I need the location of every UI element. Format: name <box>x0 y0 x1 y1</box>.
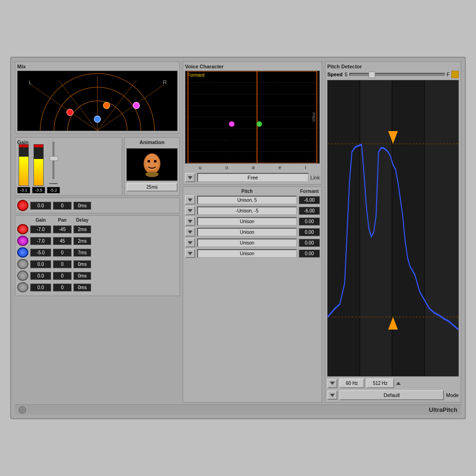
pf-dropdown-4[interactable] <box>185 227 195 237</box>
voice-4-gain[interactable] <box>30 260 51 268</box>
pf-pitch-2[interactable]: -Unison, -5 <box>197 206 297 215</box>
pf-row-1: Unison, 5 -6.00 <box>185 195 320 205</box>
voice-2-delay[interactable] <box>73 237 91 245</box>
voice-1-delay[interactable] <box>73 225 91 233</box>
voice-char-label: Voice Character <box>185 64 320 69</box>
fader-value: -5.2 <box>47 187 60 193</box>
voice-5-delay[interactable] <box>73 272 91 280</box>
left-panel: Mix <box>15 61 180 403</box>
master-delay-input[interactable] <box>73 202 91 210</box>
hz1-btn[interactable]: 60 Hz <box>339 378 364 388</box>
voice-row-6 <box>17 282 178 292</box>
pf-row-2: -Unison, -5 -6.00 <box>185 206 320 215</box>
pf-pitch-6[interactable]: Unison <box>197 249 297 258</box>
pf-row-5: Unison 0.00 <box>185 238 320 247</box>
voice-6-pan[interactable] <box>53 284 72 291</box>
pf-dropdown-2[interactable] <box>185 206 195 215</box>
voice-1-gain[interactable] <box>30 225 51 233</box>
pf-formant-3[interactable]: 0.00 <box>299 218 320 225</box>
voice-2-btn[interactable] <box>17 236 28 246</box>
svg-point-5 <box>67 109 73 116</box>
mix-display: L R <box>17 71 178 131</box>
master-pan-input[interactable] <box>53 202 72 210</box>
voice-2-gain[interactable] <box>30 237 51 245</box>
voice-3-delay[interactable] <box>73 249 91 257</box>
voice-3-btn[interactable] <box>17 247 28 258</box>
gain-section: Gain -3.1 <box>15 137 122 196</box>
voice-3-gain[interactable] <box>30 249 51 257</box>
speed-slider-thumb[interactable] <box>369 72 375 78</box>
mode-btn[interactable]: Default <box>339 390 444 400</box>
voice-6-gain[interactable] <box>30 284 51 291</box>
pf-formant-1[interactable]: -6.00 <box>299 196 320 204</box>
pf-dropdown-3[interactable] <box>185 217 195 226</box>
pitch-down-btn[interactable] <box>327 379 337 388</box>
voice-5-btn[interactable] <box>17 271 28 281</box>
voice-4-delay[interactable] <box>73 260 91 268</box>
pf-pitch-3[interactable]: Unison <box>197 217 297 226</box>
pf-row-4: Unison 0.00 <box>185 227 320 237</box>
fader-thumb[interactable] <box>50 156 58 161</box>
master-row <box>15 198 180 213</box>
main-container: Mix <box>10 57 466 419</box>
pitch-up-arrow-icon[interactable] <box>396 382 401 385</box>
vowel-u: u <box>199 165 202 170</box>
pf-dropdown-6[interactable] <box>185 249 195 258</box>
mode-dropdown-btn[interactable] <box>327 390 337 400</box>
meter-1 <box>19 144 29 186</box>
speed-slider[interactable] <box>350 73 445 76</box>
link-label: Link <box>311 175 320 180</box>
voice-6-delay[interactable] <box>73 284 91 291</box>
pf-formant-5[interactable]: 0.00 <box>299 239 320 247</box>
pf-pitch-5[interactable]: Unison <box>197 238 297 247</box>
voice-controls: Gain Pan Delay <box>15 215 180 296</box>
pf-pitch-1[interactable]: Unison, 5 <box>197 196 297 205</box>
formant-display: Formant Pitch <box>185 71 320 164</box>
gain-fader[interactable] <box>53 139 54 181</box>
meter-1-value: -3.1 <box>17 187 30 193</box>
pf-arrow-2-icon <box>188 209 192 212</box>
animation-display <box>126 148 178 181</box>
dropdown-arrow-icon <box>188 176 192 179</box>
pf-formant-4[interactable]: 0.00 <box>299 228 320 236</box>
svg-text:L: L <box>29 79 32 86</box>
col-header-pan: Pan <box>53 218 72 223</box>
pf-dropdown-5[interactable] <box>185 238 195 247</box>
svg-point-21 <box>229 121 235 127</box>
voice-4-btn[interactable] <box>17 259 28 269</box>
pf-formant-6[interactable]: 0.00 <box>299 250 320 258</box>
formant-dropdown-btn[interactable] <box>185 173 195 182</box>
voice-1-pan[interactable] <box>53 225 72 233</box>
ultrapitch-brand: UltraPitch <box>429 406 457 413</box>
pf-formant-2[interactable]: -6.00 <box>299 207 320 215</box>
master-on-off-btn[interactable] <box>17 200 28 211</box>
voice-1-btn[interactable] <box>17 224 28 234</box>
pf-header: Pitch Formant <box>185 189 320 194</box>
bottom-dot-icon <box>19 406 26 414</box>
pf-dropdown-1[interactable] <box>185 195 195 205</box>
svg-rect-25 <box>360 80 392 376</box>
voice-3-pan[interactable] <box>53 249 72 257</box>
meter-2-red <box>34 145 43 147</box>
vowel-e: e <box>278 165 281 170</box>
meter-2-fill <box>34 159 43 185</box>
bottom-bar: UltraPitch <box>15 404 461 415</box>
svg-rect-24 <box>328 80 359 376</box>
pf-pitch-4[interactable]: Unison <box>197 228 297 237</box>
voice-5-pan[interactable] <box>53 272 72 280</box>
animation-section: Animation 25ms <box>124 137 180 196</box>
voice-2-pan[interactable] <box>53 237 72 245</box>
master-gain-input[interactable] <box>30 202 51 210</box>
voice-5-gain[interactable] <box>30 272 51 280</box>
meter-2-value: -3.5 <box>32 187 45 193</box>
col-header-gain: Gain <box>30 218 51 223</box>
free-input[interactable]: Free <box>197 173 309 182</box>
pf-arrow-3-icon <box>188 220 192 223</box>
animation-button[interactable]: 25ms <box>126 183 178 192</box>
voice-6-btn[interactable] <box>17 282 28 292</box>
voice-4-pan[interactable] <box>53 260 72 268</box>
vowel-a: a <box>252 165 255 170</box>
hz2-btn[interactable]: 512 Hz <box>366 378 394 388</box>
svg-point-10 <box>154 160 157 163</box>
svg-rect-26 <box>392 80 424 376</box>
